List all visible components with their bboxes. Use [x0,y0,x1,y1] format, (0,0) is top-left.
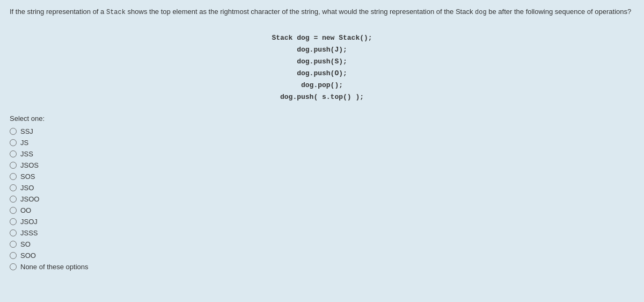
option-label-opt_jsoo: JSOO [20,195,39,203]
radio-opt_soo[interactable] [10,252,17,259]
option-item-opt_none[interactable]: None of these options [10,262,634,271]
option-label-opt_none: None of these options [20,263,88,271]
option-label-opt_jso: JSO [20,184,34,192]
option-label-opt_jss: JSS [20,150,33,158]
question-text: If the string representation of a Stack … [10,6,631,17]
option-label-opt_ssj: SSJ [20,127,33,135]
radio-opt_sos[interactable] [10,173,17,180]
option-label-opt_jsoj: JSOJ [20,218,38,226]
option-item-opt_jsos[interactable]: JSOS [10,161,634,170]
code-line-2: dog.push(J); [10,44,634,56]
radio-opt_jsos[interactable] [10,162,17,169]
radio-opt_jss[interactable] [10,150,17,157]
radio-opt_js[interactable] [10,139,17,146]
option-item-opt_sos[interactable]: SOS [10,172,634,181]
option-label-opt_jsos: JSOS [20,161,39,169]
option-label-opt_oo: OO [20,206,31,214]
option-item-opt_js[interactable]: JS [10,138,634,147]
option-item-opt_oo[interactable]: OO [10,206,634,215]
code-line-1: Stack dog = new Stack(); [10,32,634,44]
option-item-opt_jsoo[interactable]: JSOO [10,195,634,204]
option-item-opt_jss[interactable]: JSS [10,149,634,159]
radio-opt_jsoj[interactable] [10,218,17,225]
option-label-opt_soo: SOO [20,251,36,260]
radio-opt_ssj[interactable] [10,128,17,135]
code-line-4: dog.push(O); [10,68,634,80]
radio-opt_oo[interactable] [10,207,17,214]
option-item-opt_jsss[interactable]: JSSS [10,228,634,238]
code-line-6: dog.push( s.top() ); [10,91,634,103]
radio-opt_so[interactable] [10,241,17,248]
option-item-opt_ssj[interactable]: SSJ [10,127,634,136]
option-item-opt_jso[interactable]: JSO [10,183,634,192]
radio-opt_jsoo[interactable] [10,196,17,203]
select-label: Select one: [10,114,634,123]
radio-opt_none[interactable] [10,263,17,270]
option-label-opt_so: SO [20,240,31,248]
code-block: Stack dog = new Stack(); dog.push(J); do… [10,32,634,104]
option-label-opt_jsss: JSSS [20,229,38,237]
option-item-opt_soo[interactable]: SOO [10,251,634,260]
options-list: SSJJSJSSJSOSSOSJSOJSOOOOJSOJJSSSSOSOONon… [10,127,634,271]
option-label-opt_sos: SOS [20,172,35,181]
radio-opt_jso[interactable] [10,184,17,191]
option-label-opt_js: JS [20,139,28,147]
option-item-opt_jsoj[interactable]: JSOJ [10,217,634,226]
code-line-3: dog.push(S); [10,56,634,68]
option-item-opt_so[interactable]: SO [10,240,634,249]
radio-opt_jsss[interactable] [10,229,17,236]
code-line-5: dog.pop(); [10,80,634,91]
